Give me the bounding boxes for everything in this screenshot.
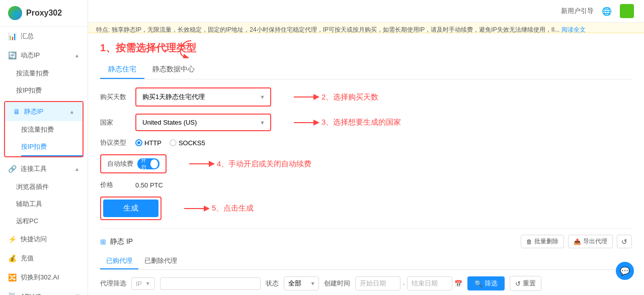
- arrow4-icon: [187, 159, 217, 169]
- sidebar-item-flow-charge[interactable]: 按流量扣费: [16, 65, 88, 82]
- user-avatar[interactable]: [620, 4, 634, 18]
- sidebar-item-label: 充值: [21, 254, 79, 263]
- translate-btn[interactable]: 🌐: [602, 7, 612, 16]
- sidebar-item-label: 连接工具: [21, 164, 74, 173]
- content-area: 特点: 独享静态IP，无限流量，长效稳定，固定的IP地址，24小时保持住宅稳定代…: [88, 23, 644, 295]
- reset-btn-label: 重置: [523, 279, 536, 288]
- socks5-radio-dot[interactable]: [170, 139, 177, 146]
- sidebar-item-label: 动态IP: [21, 51, 74, 60]
- end-date-input[interactable]: 结束日期: [407, 276, 452, 290]
- tab-purchased[interactable]: 已购代理: [100, 253, 138, 269]
- table-icon: ⊞: [100, 238, 106, 246]
- proxy-filter-dropdown-icon: ▼: [145, 280, 150, 286]
- connect-tools-icon: 🔗: [8, 165, 17, 173]
- toggle-thumb: [150, 159, 158, 168]
- section-actions: 🗑 批量删除 📤 导出代理 ↺: [521, 235, 632, 248]
- sidebar-item-ip-charge[interactable]: 按IP扣费: [16, 82, 88, 99]
- dynamic-ip-icon: 🔄: [8, 51, 17, 59]
- refresh-btn[interactable]: ↺: [617, 235, 632, 248]
- socks5-label: SOCKS5: [179, 139, 205, 147]
- tab-static-datacenter[interactable]: 静态数据中心: [144, 61, 203, 79]
- chat-button[interactable]: 💬: [616, 262, 634, 280]
- sidebar-item-dynamic-ip[interactable]: 🔄 动态IP ▲: [0, 46, 88, 65]
- step5-text: 5、点击生成: [212, 204, 254, 213]
- step2-annotation: 2、选择购买天数: [291, 92, 378, 102]
- proxy-type-tabs: 静态住宅 静态数据中心: [100, 61, 632, 79]
- protocol-http[interactable]: HTTP: [135, 139, 162, 147]
- sidebar-item-connect-tools[interactable]: 🔗 连接工具 ▲: [0, 159, 88, 178]
- sidebar-item-recharge[interactable]: 💰 充值: [0, 249, 88, 268]
- sidebar-item-static-ip-charge[interactable]: 按IP扣费: [21, 138, 83, 156]
- sidebar-item-aux-tools[interactable]: 辅助工具: [16, 195, 88, 213]
- auto-renew-toggle[interactable]: 开启: [137, 158, 159, 169]
- tab-static-home[interactable]: 静态住宅: [100, 61, 144, 79]
- country-select-arrow-icon: ▼: [260, 120, 265, 126]
- http-radio-dot[interactable]: [135, 139, 142, 146]
- protocol-socks5[interactable]: SOCKS5: [170, 139, 205, 147]
- static-ip-section: ⊞ 静态 IP 🗑 批量删除 📤 导出代理: [100, 228, 632, 291]
- auto-renew-label: 自动续费: [107, 159, 133, 168]
- notice-link[interactable]: 阅读全文: [561, 26, 586, 33]
- sidebar-item-label: API V2: [21, 292, 75, 296]
- sidebar-item-summary[interactable]: 📊 汇总: [0, 27, 88, 46]
- section-title: ⊞ 静态 IP: [100, 237, 133, 246]
- connect-tools-submenu: 浏览器插件 辅助工具 远程PC: [0, 178, 88, 230]
- sidebar-item-remote-pc[interactable]: 远程PC: [16, 213, 88, 230]
- sidebar-item-static-ip[interactable]: 🖥 静态IP ▲: [5, 102, 83, 121]
- proxy-sub-tabs: 已购代理 已删除代理: [100, 253, 632, 270]
- static-ip-submenu: 按流量扣费 按IP扣费: [5, 121, 83, 156]
- step2-text: 2、选择购买天数: [321, 92, 378, 102]
- notice-bar: 特点: 独享静态IP，无限流量，长效稳定，固定的IP地址，24小时保持住宅稳定代…: [88, 23, 644, 33]
- sidebar-item-browser-plugin[interactable]: 浏览器插件: [16, 178, 88, 195]
- sidebar-item-static-flow[interactable]: 按流量扣费: [21, 121, 83, 138]
- date-range: 开始日期 - 结束日期 📅: [355, 276, 462, 290]
- new-user-guide-btn[interactable]: 新用户引导: [561, 7, 594, 16]
- reset-icon: ↺: [515, 280, 521, 287]
- dynamic-ip-submenu: 按流量扣费 按IP扣费: [0, 65, 88, 99]
- expand-arrow-icon: ▽: [75, 293, 79, 296]
- calendar-icon: 📅: [454, 280, 462, 287]
- reset-btn[interactable]: ↺ 重置: [510, 276, 541, 291]
- days-select-value: 购买1天静态住宅代理: [142, 92, 205, 102]
- country-select[interactable]: United States (US) ▼: [135, 114, 271, 131]
- sidebar-item-switch-302[interactable]: 🔀 切换到302.AI: [0, 268, 88, 287]
- status-select-arrow-icon: ▼: [310, 280, 315, 286]
- logo: 🌐 Proxy302: [0, 0, 88, 27]
- days-label: 购买天数: [100, 92, 135, 102]
- days-select[interactable]: 购买1天静态住宅代理 ▼: [135, 87, 271, 107]
- search-btn[interactable]: 🔍 筛选: [467, 276, 505, 290]
- end-date-placeholder: 结束日期: [412, 279, 438, 287]
- http-label: HTTP: [144, 139, 162, 147]
- expand-arrow-icon: ▲: [69, 109, 74, 115]
- export-btn[interactable]: 📤 导出代理: [568, 235, 613, 248]
- country-label: 国家: [100, 118, 135, 127]
- sidebar-item-label: 汇总: [21, 32, 79, 41]
- sidebar-item-api-v2[interactable]: 📡 API V2 ▽: [0, 287, 88, 295]
- arrow5-icon: [182, 204, 212, 214]
- status-select[interactable]: 全部 ▼: [284, 276, 319, 290]
- proxy-filter-placeholder: IP: [136, 280, 142, 287]
- quick-access-icon: ⚡: [8, 235, 17, 243]
- switch-icon: 🔀: [8, 273, 17, 281]
- summary-icon: 📊: [8, 32, 17, 40]
- static-ip-icon: 🖥: [13, 108, 20, 116]
- top-header: 新用户引导 🌐: [88, 0, 644, 23]
- export-icon: 📤: [574, 238, 581, 245]
- proxy-filter-input-wrapper: IP ▼: [131, 277, 155, 290]
- protocol-label: 协议类型: [100, 138, 135, 147]
- logo-text: Proxy302: [26, 9, 62, 18]
- step3-annotation: 3、选择想要生成的国家: [291, 118, 401, 128]
- toggle-on-text: 开启: [139, 156, 150, 171]
- country-select-value: United States (US): [142, 119, 197, 126]
- sidebar-item-quick-access[interactable]: ⚡ 快捷访问: [0, 230, 88, 249]
- generate-button[interactable]: 生成: [103, 200, 158, 217]
- tab-deleted[interactable]: 已删除代理: [138, 253, 183, 269]
- protocol-radio-group: HTTP SOCKS5: [135, 139, 205, 147]
- start-date-input[interactable]: 开始日期: [355, 276, 400, 290]
- sidebar: 🌐 Proxy302 📊 汇总 🔄 动态IP ▲ 按流量扣费 按IP扣费 🖥 静…: [0, 0, 88, 295]
- step5-annotation: 5、点击生成: [182, 204, 254, 214]
- proxy-filter-text-input[interactable]: [160, 277, 261, 290]
- price-label: 价格: [100, 180, 135, 189]
- batch-delete-btn[interactable]: 🗑 批量删除: [521, 235, 564, 248]
- step4-annotation: 4、手动开启或关闭自动续费: [187, 159, 311, 169]
